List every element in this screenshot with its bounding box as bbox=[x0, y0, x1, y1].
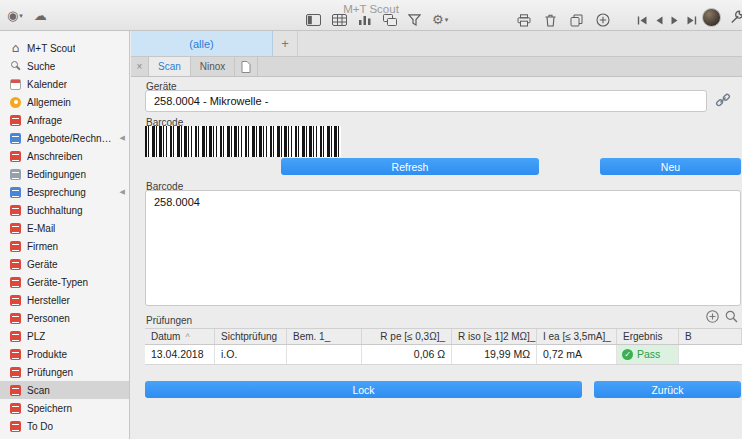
table-icon bbox=[10, 169, 21, 180]
tab-ninox[interactable]: Ninox bbox=[191, 57, 236, 76]
sidebar-item-speichern[interactable]: Speichern bbox=[0, 399, 129, 417]
sidebar-item-besprechung[interactable]: Besprechung ◀ bbox=[0, 183, 129, 201]
sidebar-item-produkte[interactable]: Produkte bbox=[0, 345, 129, 363]
cell-datum: 13.04.2018 bbox=[145, 345, 215, 364]
collapse-icon[interactable]: ◀ bbox=[120, 134, 125, 142]
sidebar-item-geraete-typen[interactable]: Geräte-Typen bbox=[0, 273, 129, 291]
table-view-icon[interactable] bbox=[332, 14, 347, 26]
cell-riso: 19,99 MΩ bbox=[452, 345, 537, 364]
titlebar: M+T Scout ◉▾ ☁ ⚙▾ bbox=[0, 0, 742, 31]
sidebar-item-hersteller[interactable]: Hersteller bbox=[0, 291, 129, 309]
sidebar-item-firmen[interactable]: Firmen bbox=[0, 237, 129, 255]
pruefungen-section-label: Prüfungen bbox=[146, 315, 192, 326]
sidebar-item-buchhaltung[interactable]: Buchhaltung bbox=[0, 201, 129, 219]
last-record-icon[interactable] bbox=[686, 15, 698, 26]
sidebar-item-email[interactable]: E-Mail bbox=[0, 219, 129, 237]
workspace-tab-bar: (alle) + bbox=[131, 31, 742, 57]
check-circle-icon bbox=[622, 349, 633, 360]
collapse-icon[interactable]: ◀ bbox=[120, 188, 125, 196]
add-tab-button[interactable]: + bbox=[273, 31, 298, 56]
table-icon bbox=[10, 385, 21, 396]
sidebar-item-mt-scout[interactable]: ⌂ M+T Scout bbox=[0, 39, 129, 57]
search-icon bbox=[10, 61, 21, 72]
link-record-icon[interactable] bbox=[715, 92, 733, 110]
column-header-rpe[interactable]: R pe [≤ 0,3Ω]_ bbox=[362, 329, 452, 344]
print-icon[interactable] bbox=[517, 14, 531, 27]
add-record-icon[interactable] bbox=[596, 13, 610, 27]
titlebar-right-group bbox=[702, 10, 742, 24]
column-header-ergebnis[interactable]: Ergebnis bbox=[617, 329, 679, 344]
sidebar-item-plz[interactable]: PLZ bbox=[0, 327, 129, 345]
sidebar-item-bedingungen[interactable]: Bedingungen bbox=[0, 165, 129, 183]
zurueck-button[interactable]: Zurück bbox=[594, 381, 741, 398]
app-menu-icon[interactable]: ◉▾ bbox=[7, 9, 23, 23]
table-icon bbox=[10, 205, 21, 216]
previous-record-icon[interactable] bbox=[654, 15, 664, 26]
filter-icon[interactable] bbox=[408, 14, 421, 26]
sidebar-item-scan[interactable]: Scan bbox=[0, 381, 129, 399]
sidebar-item-anschreiben[interactable]: Anschreiben bbox=[0, 147, 129, 165]
sidebar-item-anfrage[interactable]: Anfrage bbox=[0, 111, 129, 129]
column-header-bem1[interactable]: Bem. 1_ bbox=[287, 329, 362, 344]
record-navigation-group bbox=[636, 13, 698, 27]
chart-view-icon[interactable] bbox=[358, 14, 372, 26]
table-icon bbox=[10, 277, 21, 288]
table-icon bbox=[10, 187, 21, 198]
sidebar-item-geraete[interactable]: Geräte bbox=[0, 255, 129, 273]
table-icon bbox=[10, 331, 21, 342]
next-record-icon[interactable] bbox=[670, 15, 680, 26]
table-icon bbox=[10, 223, 21, 234]
workspace-tab-alle[interactable]: (alle) bbox=[131, 31, 273, 56]
gear-icon[interactable]: ⚙▾ bbox=[432, 13, 448, 27]
geraete-field[interactable]: 258.0004 - Mikrowelle - bbox=[145, 90, 707, 112]
column-header-datum[interactable]: Datum bbox=[145, 329, 215, 344]
view-switcher-group: ⚙▾ bbox=[306, 13, 448, 27]
sidebar-item-pruefungen[interactable]: Prüfungen bbox=[0, 363, 129, 381]
cell-bem1 bbox=[287, 345, 362, 364]
sidebar-item-personen[interactable]: Personen bbox=[0, 309, 129, 327]
sidebar-item-suche[interactable]: Suche bbox=[0, 57, 129, 75]
status-badge: Pass bbox=[637, 345, 660, 364]
page-icon bbox=[241, 61, 251, 73]
cell-b bbox=[679, 345, 742, 364]
wrench-icon[interactable] bbox=[730, 10, 742, 24]
cloud-icon[interactable]: ☁ bbox=[34, 9, 47, 23]
table-header-row: Datum Sichtprüfung Bem. 1_ R pe [≤ 0,3Ω]… bbox=[145, 328, 742, 345]
add-row-icon[interactable] bbox=[706, 310, 719, 323]
column-header-b[interactable]: B bbox=[679, 329, 742, 344]
close-tab-icon[interactable]: × bbox=[131, 57, 148, 76]
sidebar-item-angebote-rechnungen[interactable]: Angebote/Rechnungen ◀ bbox=[0, 129, 129, 147]
sidebar-item-allgemein[interactable]: Allgemein bbox=[0, 93, 129, 111]
open-tabs-bar: × Scan Ninox bbox=[131, 57, 742, 77]
first-record-icon[interactable] bbox=[636, 15, 648, 26]
duplicate-icon[interactable] bbox=[570, 14, 583, 27]
barcode-text-field[interactable]: 258.0004 bbox=[145, 190, 741, 306]
user-avatar[interactable] bbox=[702, 8, 721, 27]
search-rows-icon[interactable] bbox=[725, 310, 738, 323]
column-header-riso[interactable]: R iso [≥ 1]2 MΩ]_ bbox=[452, 329, 537, 344]
table-row[interactable]: 13.04.2018 i.O. 0,06 Ω 19,99 MΩ 0,72 mA … bbox=[145, 345, 742, 365]
table-icon bbox=[10, 313, 21, 324]
cards-view-icon[interactable] bbox=[383, 14, 397, 26]
tab-scan[interactable]: Scan bbox=[148, 57, 191, 76]
barcode-image bbox=[145, 126, 341, 157]
column-header-iea[interactable]: I ea [≤ 3,5mA]_ bbox=[537, 329, 617, 344]
trash-icon[interactable] bbox=[544, 14, 557, 27]
lock-button[interactable]: Lock bbox=[145, 381, 582, 398]
table-icon bbox=[10, 295, 21, 306]
table-icon bbox=[10, 151, 21, 162]
column-header-sichtpruefung[interactable]: Sichtprüfung bbox=[215, 329, 287, 344]
sidebar-item-kalender[interactable]: Kalender bbox=[0, 75, 129, 93]
calendar-icon bbox=[10, 79, 21, 90]
gear-icon bbox=[10, 97, 21, 108]
refresh-button[interactable]: Refresh bbox=[281, 158, 539, 175]
table-icon bbox=[10, 421, 21, 432]
titlebar-left-group: ◉▾ ☁ bbox=[7, 9, 47, 23]
table-icon bbox=[10, 349, 21, 360]
sidebar-view-icon[interactable] bbox=[306, 14, 321, 26]
neu-button[interactable]: Neu bbox=[600, 158, 741, 175]
table-icon bbox=[10, 403, 21, 414]
table-icon bbox=[10, 367, 21, 378]
sidebar-item-todo[interactable]: To Do bbox=[0, 417, 129, 435]
document-tab[interactable] bbox=[235, 57, 258, 76]
